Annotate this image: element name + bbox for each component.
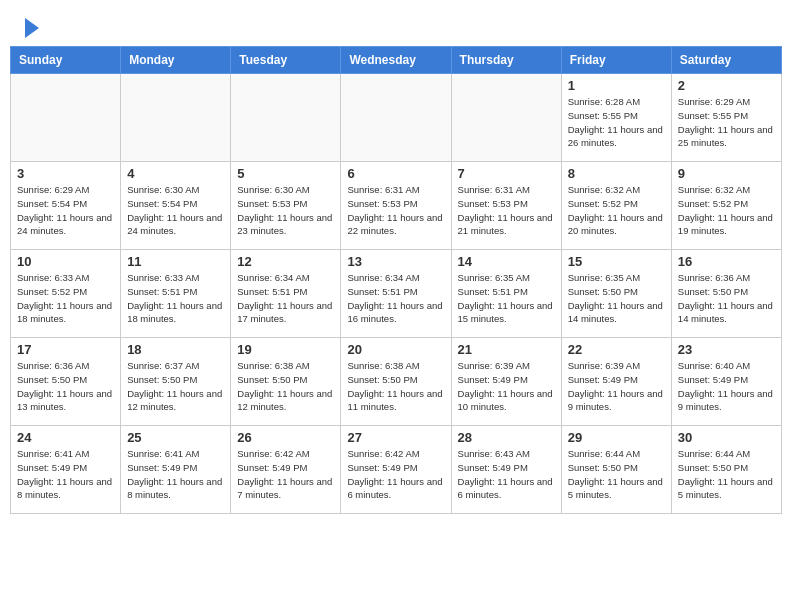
weekday-header-wednesday: Wednesday xyxy=(341,47,451,74)
calendar-week-1: 3Sunrise: 6:29 AM Sunset: 5:54 PM Daylig… xyxy=(11,162,782,250)
day-info: Sunrise: 6:37 AM Sunset: 5:50 PM Dayligh… xyxy=(127,359,224,414)
calendar-cell: 29Sunrise: 6:44 AM Sunset: 5:50 PM Dayli… xyxy=(561,426,671,514)
day-number: 12 xyxy=(237,254,334,269)
day-info: Sunrise: 6:34 AM Sunset: 5:51 PM Dayligh… xyxy=(347,271,444,326)
day-info: Sunrise: 6:28 AM Sunset: 5:55 PM Dayligh… xyxy=(568,95,665,150)
day-number: 17 xyxy=(17,342,114,357)
calendar-cell: 13Sunrise: 6:34 AM Sunset: 5:51 PM Dayli… xyxy=(341,250,451,338)
calendar-cell: 5Sunrise: 6:30 AM Sunset: 5:53 PM Daylig… xyxy=(231,162,341,250)
calendar-cell: 6Sunrise: 6:31 AM Sunset: 5:53 PM Daylig… xyxy=(341,162,451,250)
calendar-cell: 21Sunrise: 6:39 AM Sunset: 5:49 PM Dayli… xyxy=(451,338,561,426)
day-info: Sunrise: 6:36 AM Sunset: 5:50 PM Dayligh… xyxy=(17,359,114,414)
calendar-cell: 14Sunrise: 6:35 AM Sunset: 5:51 PM Dayli… xyxy=(451,250,561,338)
day-info: Sunrise: 6:39 AM Sunset: 5:49 PM Dayligh… xyxy=(568,359,665,414)
day-info: Sunrise: 6:44 AM Sunset: 5:50 PM Dayligh… xyxy=(568,447,665,502)
day-info: Sunrise: 6:30 AM Sunset: 5:53 PM Dayligh… xyxy=(237,183,334,238)
day-number: 8 xyxy=(568,166,665,181)
day-number: 19 xyxy=(237,342,334,357)
calendar-cell: 8Sunrise: 6:32 AM Sunset: 5:52 PM Daylig… xyxy=(561,162,671,250)
day-info: Sunrise: 6:35 AM Sunset: 5:51 PM Dayligh… xyxy=(458,271,555,326)
day-number: 15 xyxy=(568,254,665,269)
day-info: Sunrise: 6:32 AM Sunset: 5:52 PM Dayligh… xyxy=(678,183,775,238)
day-info: Sunrise: 6:39 AM Sunset: 5:49 PM Dayligh… xyxy=(458,359,555,414)
day-number: 30 xyxy=(678,430,775,445)
calendar-cell: 24Sunrise: 6:41 AM Sunset: 5:49 PM Dayli… xyxy=(11,426,121,514)
weekday-header-friday: Friday xyxy=(561,47,671,74)
weekday-header-saturday: Saturday xyxy=(671,47,781,74)
calendar-cell: 1Sunrise: 6:28 AM Sunset: 5:55 PM Daylig… xyxy=(561,74,671,162)
day-number: 7 xyxy=(458,166,555,181)
day-number: 10 xyxy=(17,254,114,269)
calendar-week-3: 17Sunrise: 6:36 AM Sunset: 5:50 PM Dayli… xyxy=(11,338,782,426)
calendar-cell: 18Sunrise: 6:37 AM Sunset: 5:50 PM Dayli… xyxy=(121,338,231,426)
calendar-week-0: 1Sunrise: 6:28 AM Sunset: 5:55 PM Daylig… xyxy=(11,74,782,162)
calendar-body: 1Sunrise: 6:28 AM Sunset: 5:55 PM Daylig… xyxy=(11,74,782,514)
day-number: 22 xyxy=(568,342,665,357)
logo-arrow-icon xyxy=(25,18,39,38)
calendar-cell: 19Sunrise: 6:38 AM Sunset: 5:50 PM Dayli… xyxy=(231,338,341,426)
day-number: 28 xyxy=(458,430,555,445)
calendar-cell: 3Sunrise: 6:29 AM Sunset: 5:54 PM Daylig… xyxy=(11,162,121,250)
day-info: Sunrise: 6:31 AM Sunset: 5:53 PM Dayligh… xyxy=(347,183,444,238)
day-number: 21 xyxy=(458,342,555,357)
day-info: Sunrise: 6:41 AM Sunset: 5:49 PM Dayligh… xyxy=(17,447,114,502)
day-info: Sunrise: 6:33 AM Sunset: 5:52 PM Dayligh… xyxy=(17,271,114,326)
calendar-cell: 15Sunrise: 6:35 AM Sunset: 5:50 PM Dayli… xyxy=(561,250,671,338)
day-info: Sunrise: 6:36 AM Sunset: 5:50 PM Dayligh… xyxy=(678,271,775,326)
day-info: Sunrise: 6:38 AM Sunset: 5:50 PM Dayligh… xyxy=(347,359,444,414)
day-number: 11 xyxy=(127,254,224,269)
day-number: 24 xyxy=(17,430,114,445)
weekday-header-tuesday: Tuesday xyxy=(231,47,341,74)
day-number: 25 xyxy=(127,430,224,445)
calendar-cell: 25Sunrise: 6:41 AM Sunset: 5:49 PM Dayli… xyxy=(121,426,231,514)
calendar-cell: 10Sunrise: 6:33 AM Sunset: 5:52 PM Dayli… xyxy=(11,250,121,338)
day-number: 20 xyxy=(347,342,444,357)
day-number: 26 xyxy=(237,430,334,445)
calendar-cell: 2Sunrise: 6:29 AM Sunset: 5:55 PM Daylig… xyxy=(671,74,781,162)
day-info: Sunrise: 6:44 AM Sunset: 5:50 PM Dayligh… xyxy=(678,447,775,502)
calendar-cell xyxy=(451,74,561,162)
calendar-cell xyxy=(231,74,341,162)
calendar-wrapper: SundayMondayTuesdayWednesdayThursdayFrid… xyxy=(0,46,792,524)
day-number: 5 xyxy=(237,166,334,181)
calendar-cell: 28Sunrise: 6:43 AM Sunset: 5:49 PM Dayli… xyxy=(451,426,561,514)
calendar-week-2: 10Sunrise: 6:33 AM Sunset: 5:52 PM Dayli… xyxy=(11,250,782,338)
day-number: 2 xyxy=(678,78,775,93)
calendar-cell: 20Sunrise: 6:38 AM Sunset: 5:50 PM Dayli… xyxy=(341,338,451,426)
day-info: Sunrise: 6:33 AM Sunset: 5:51 PM Dayligh… xyxy=(127,271,224,326)
day-info: Sunrise: 6:30 AM Sunset: 5:54 PM Dayligh… xyxy=(127,183,224,238)
day-number: 3 xyxy=(17,166,114,181)
day-info: Sunrise: 6:29 AM Sunset: 5:54 PM Dayligh… xyxy=(17,183,114,238)
logo-area xyxy=(20,16,39,38)
calendar-cell xyxy=(11,74,121,162)
day-info: Sunrise: 6:32 AM Sunset: 5:52 PM Dayligh… xyxy=(568,183,665,238)
day-info: Sunrise: 6:42 AM Sunset: 5:49 PM Dayligh… xyxy=(347,447,444,502)
day-info: Sunrise: 6:43 AM Sunset: 5:49 PM Dayligh… xyxy=(458,447,555,502)
calendar-cell: 16Sunrise: 6:36 AM Sunset: 5:50 PM Dayli… xyxy=(671,250,781,338)
day-info: Sunrise: 6:38 AM Sunset: 5:50 PM Dayligh… xyxy=(237,359,334,414)
weekday-header-sunday: Sunday xyxy=(11,47,121,74)
day-number: 18 xyxy=(127,342,224,357)
calendar-header: SundayMondayTuesdayWednesdayThursdayFrid… xyxy=(11,47,782,74)
day-number: 4 xyxy=(127,166,224,181)
calendar-cell xyxy=(341,74,451,162)
calendar-cell: 26Sunrise: 6:42 AM Sunset: 5:49 PM Dayli… xyxy=(231,426,341,514)
calendar-table: SundayMondayTuesdayWednesdayThursdayFrid… xyxy=(10,46,782,514)
weekday-header-thursday: Thursday xyxy=(451,47,561,74)
calendar-cell: 27Sunrise: 6:42 AM Sunset: 5:49 PM Dayli… xyxy=(341,426,451,514)
day-number: 13 xyxy=(347,254,444,269)
day-number: 23 xyxy=(678,342,775,357)
day-info: Sunrise: 6:29 AM Sunset: 5:55 PM Dayligh… xyxy=(678,95,775,150)
calendar-cell: 23Sunrise: 6:40 AM Sunset: 5:49 PM Dayli… xyxy=(671,338,781,426)
weekday-row: SundayMondayTuesdayWednesdayThursdayFrid… xyxy=(11,47,782,74)
calendar-cell: 11Sunrise: 6:33 AM Sunset: 5:51 PM Dayli… xyxy=(121,250,231,338)
day-info: Sunrise: 6:35 AM Sunset: 5:50 PM Dayligh… xyxy=(568,271,665,326)
weekday-header-monday: Monday xyxy=(121,47,231,74)
calendar-cell: 12Sunrise: 6:34 AM Sunset: 5:51 PM Dayli… xyxy=(231,250,341,338)
calendar-cell: 22Sunrise: 6:39 AM Sunset: 5:49 PM Dayli… xyxy=(561,338,671,426)
day-number: 1 xyxy=(568,78,665,93)
calendar-cell: 4Sunrise: 6:30 AM Sunset: 5:54 PM Daylig… xyxy=(121,162,231,250)
day-info: Sunrise: 6:42 AM Sunset: 5:49 PM Dayligh… xyxy=(237,447,334,502)
calendar-cell xyxy=(121,74,231,162)
day-info: Sunrise: 6:34 AM Sunset: 5:51 PM Dayligh… xyxy=(237,271,334,326)
